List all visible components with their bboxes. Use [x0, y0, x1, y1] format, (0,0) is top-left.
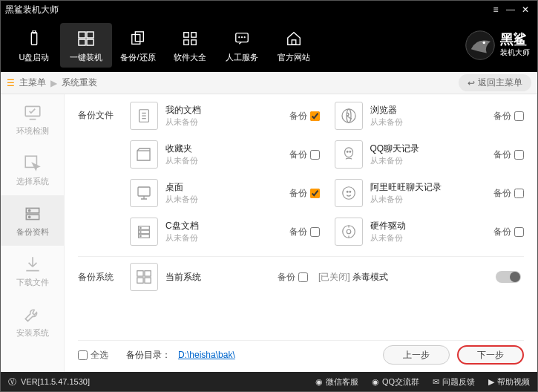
entry-title: 硬件驱动	[370, 220, 487, 232]
entry-sub: 从未备份	[165, 155, 282, 166]
svg-point-36	[347, 191, 348, 192]
entry-title: 阿里旺旺聊天记录	[370, 181, 487, 194]
system-icon	[130, 263, 158, 291]
kill-mode-toggle[interactable]	[496, 271, 521, 283]
entry-checkbox[interactable]: 备份	[289, 226, 320, 238]
svg-point-15	[244, 36, 245, 37]
svg-rect-8	[184, 32, 188, 36]
nav-oneclick[interactable]: 一键装机	[60, 23, 112, 68]
svg-point-23	[28, 209, 30, 211]
entry-sub: 从未备份	[165, 117, 282, 128]
svg-rect-16	[292, 39, 296, 44]
chat-icon	[232, 28, 252, 49]
svg-rect-6	[132, 34, 140, 44]
svg-point-31	[344, 148, 352, 157]
backup-entry: 浏览器从未备份备份	[335, 102, 525, 130]
step-install[interactable]: 安装系统	[1, 296, 64, 347]
svg-point-32	[347, 151, 348, 152]
svg-point-43	[140, 235, 141, 236]
svg-point-41	[140, 227, 141, 228]
entry-sub: 从未备份	[370, 194, 487, 205]
svg-rect-3	[87, 32, 94, 38]
back-icon: ↩	[468, 78, 475, 88]
svg-rect-0	[31, 32, 36, 45]
prev-button[interactable]: 上一步	[383, 345, 450, 365]
entry-checkbox[interactable]: 备份	[493, 110, 524, 122]
close-icon[interactable]: ✕	[518, 4, 533, 15]
svg-rect-5	[87, 39, 94, 45]
svg-point-18	[483, 42, 486, 45]
svg-point-29	[342, 109, 355, 122]
windows-icon	[76, 28, 96, 49]
entry-checkbox[interactable]: 备份	[289, 148, 320, 161]
backup-entry: 我的文档从未备份备份	[130, 102, 320, 130]
svg-point-13	[239, 36, 240, 37]
crumb-current: 系统重装	[62, 76, 97, 89]
next-button[interactable]: 下一步	[457, 345, 524, 365]
download-icon	[23, 255, 42, 274]
svg-point-24	[28, 216, 30, 218]
status-wechat[interactable]: ◉ 微信客服	[315, 376, 358, 388]
entry-sub: 从未备份	[370, 117, 487, 128]
step-sidebar: 环境检测 选择系统 备份资料 下载文件 安装系统	[1, 94, 65, 372]
backup-entry: 收藏夹从未备份备份	[130, 140, 320, 169]
section-files-label: 备份文件	[78, 102, 122, 246]
svg-point-45	[347, 229, 351, 234]
backup-dir-link[interactable]: D:\heisha\bak\	[178, 350, 235, 360]
nav-apps[interactable]: 软件大全	[164, 23, 216, 68]
backup-entry: 硬件驱动从未备份备份	[335, 218, 525, 246]
back-button[interactable]: ↩ 返回主菜单	[459, 74, 531, 91]
status-feedback[interactable]: ✉ 问题反馈	[433, 376, 475, 388]
menu-icon[interactable]: ≡	[488, 4, 503, 15]
system-entry-title: 当前系统	[165, 271, 270, 284]
breadcrumb: ☰ 主菜单 ▶ 系统重装 ↩ 返回主菜单	[1, 72, 537, 94]
system-backup-checkbox[interactable]: 备份	[278, 271, 308, 284]
entry-checkbox[interactable]: 备份	[289, 110, 320, 122]
list-icon: ☰	[7, 78, 15, 88]
drive-icon	[23, 204, 42, 223]
svg-rect-1	[33, 30, 36, 33]
nav-site[interactable]: 官方网站	[268, 23, 320, 68]
grid-icon	[180, 28, 200, 49]
monitor-check-icon	[23, 103, 42, 122]
entry-checkbox[interactable]: 备份	[493, 226, 524, 238]
entry-checkbox[interactable]: 备份	[493, 148, 524, 161]
entry-title: 桌面	[165, 181, 282, 194]
step-download[interactable]: 下载文件	[1, 246, 64, 296]
svg-rect-2	[79, 32, 85, 38]
entry-checkbox[interactable]: 备份	[289, 187, 320, 200]
entry-title: 收藏夹	[165, 143, 282, 155]
usb-icon	[24, 28, 45, 49]
step-select[interactable]: 选择系统	[1, 145, 64, 195]
backup-entry: 桌面从未备份备份	[130, 179, 320, 207]
copy-icon	[128, 28, 148, 49]
entry-icon	[130, 179, 158, 207]
svg-point-42	[140, 232, 141, 232]
entry-icon	[130, 218, 158, 246]
entry-icon	[130, 102, 158, 130]
top-nav: U盘启动 一键装机 备份/还原 软件大全 人工服务 官方网站 黑鲨 装机大师	[1, 19, 537, 72]
svg-point-37	[349, 191, 350, 192]
svg-rect-48	[137, 278, 143, 283]
entry-title: 浏览器	[370, 104, 487, 117]
shark-icon	[465, 30, 496, 61]
entry-icon	[335, 218, 363, 246]
entry-icon	[335, 140, 363, 169]
nav-usb[interactable]: U盘启动	[8, 23, 60, 68]
status-help[interactable]: ▶ 帮助视频	[488, 376, 530, 388]
entry-icon	[335, 179, 363, 207]
status-bar: Ⓥ VER[11.5.47.1530] ◉ 微信客服 ◉ QQ交流群 ✉ 问题反…	[1, 372, 537, 391]
step-detect[interactable]: 环境检测	[1, 94, 64, 145]
svg-rect-34	[138, 187, 150, 196]
status-qq[interactable]: ◉ QQ交流群	[372, 376, 419, 388]
svg-rect-11	[191, 39, 196, 44]
entry-checkbox[interactable]: 备份	[493, 187, 524, 200]
svg-rect-4	[79, 39, 85, 45]
backup-entry: QQ聊天记录从未备份备份	[335, 140, 525, 169]
crumb-root[interactable]: 主菜单	[19, 76, 46, 89]
select-all-checkbox[interactable]: 全选	[78, 349, 108, 362]
minimize-icon[interactable]: —	[503, 4, 518, 15]
nav-backup[interactable]: 备份/还原	[112, 23, 164, 68]
nav-support[interactable]: 人工服务	[216, 23, 268, 68]
step-backup[interactable]: 备份资料	[1, 195, 64, 246]
